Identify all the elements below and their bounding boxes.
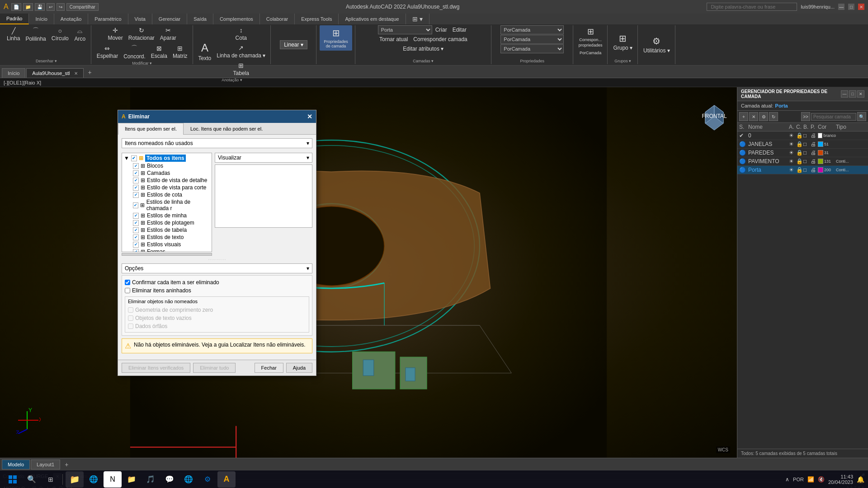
fechar-btn[interactable]: Fechar	[255, 363, 283, 373]
share-btn[interactable]: Compartilhar	[66, 3, 99, 11]
eliminar-tudo-btn[interactable]: Eliminar tudo	[193, 363, 236, 373]
espelhar-btn[interactable]: ⇔Espelhar	[94, 43, 120, 61]
eliminar-verificados-btn[interactable]: Eliminar Itens verificados	[122, 363, 190, 373]
tab-colaborar[interactable]: Colaborar	[260, 14, 295, 24]
tabela-btn[interactable]: ⊞Tabela	[214, 61, 268, 78]
cb-camadas[interactable]: ✔	[133, 170, 139, 176]
cb-estilo-vista-cor[interactable]: ✔	[133, 185, 139, 191]
tab-extra[interactable]: ⊞ ▾	[406, 14, 429, 24]
tree-item[interactable]: ✔⊞Estilos de texto	[132, 234, 211, 241]
layer-row[interactable]: ✔ 0 ☀ 🔒 □ 🖨 branco	[737, 131, 868, 140]
minimize-btn[interactable]: —	[838, 4, 844, 10]
linha-btn[interactable]: ╱Linha	[5, 25, 22, 43]
linha-chamada-btn[interactable]: ↗Linha de chamada ▾	[214, 43, 268, 60]
save-btn[interactable]: 💾	[35, 3, 45, 11]
polilinha-btn[interactable]: ⌒Polilinha	[23, 25, 48, 43]
tab-anotacao[interactable]: Anotação	[54, 14, 88, 24]
porta-select[interactable]: Porta	[378, 25, 432, 34]
chrome-btn[interactable]: 🌐	[179, 471, 198, 488]
search-input[interactable]	[707, 3, 797, 11]
layer-new-btn[interactable]: +	[739, 112, 748, 121]
layer-row[interactable]: 🔵 PAREDES ☀ 🔒 □ 🖨 31	[737, 149, 868, 157]
nav-cube[interactable]: FRONTAL	[696, 96, 732, 132]
props-restore-btn[interactable]: □	[849, 90, 856, 98]
cb-texto-vazio[interactable]	[128, 315, 133, 321]
clock-area[interactable]: 11:43 20/04/2023	[828, 474, 853, 485]
cb-estilos-tab[interactable]: ✔	[133, 227, 139, 233]
tab-padrao[interactable]: Padrão	[0, 14, 29, 24]
cb-estilos-plot[interactable]: ✔	[133, 220, 139, 226]
cb-dados-orfaos[interactable]	[128, 324, 133, 329]
dialog-tab-nao-podem[interactable]: Loc. Itens que não podem ser el.	[184, 123, 269, 134]
close-btn[interactable]: ✕	[858, 4, 864, 10]
visualizar-dropdown[interactable]: Visualizar ▾	[215, 153, 312, 163]
open-btn[interactable]: 📁	[23, 3, 33, 11]
aparar-btn[interactable]: ✂Aparar	[158, 25, 179, 42]
search-taskbar-btn[interactable]: 🔍	[23, 471, 41, 488]
layout-add-btn[interactable]: +	[61, 459, 72, 470]
matriz-btn[interactable]: ⊞Matriz	[170, 43, 190, 61]
tab-aula9[interactable]: Aula9Uhouse_stl ✕	[26, 68, 83, 78]
tree-container[interactable]: ▼ ✔ ⊞ Todos os itens ✔ ⊞ Blocos	[122, 153, 212, 252]
tree-item[interactable]: ✔⊞Estilos de linha de chamada r	[132, 198, 211, 212]
ajuda-btn[interactable]: Ajuda	[286, 363, 312, 373]
concord-btn[interactable]: ⌒Concord.	[121, 43, 148, 61]
layer-row[interactable]: 🔵 PAVIMENTO ☀ 🔒 □ 🖨 131 Conti...	[737, 157, 868, 166]
tree-root[interactable]: ▼ ✔ ⊞ Todos os itens	[123, 154, 211, 162]
tab-gerenciar[interactable]: Gerenciar	[152, 14, 187, 24]
tab-inicio[interactable]: Início	[29, 14, 54, 24]
cor-select[interactable]: PorCamada	[500, 25, 564, 34]
redo-btn[interactable]: ↪	[57, 3, 65, 11]
browser-btn[interactable]: 🌐	[85, 471, 103, 488]
layer-search-input[interactable]	[811, 113, 856, 121]
cb-geo-zero[interactable]	[128, 307, 133, 313]
tree-item[interactable]: ✔⊞Formas	[132, 248, 211, 252]
start-btn[interactable]	[4, 471, 22, 488]
tab-parametrico[interactable]: Paramétrico	[88, 14, 128, 24]
tab-saida[interactable]: Saída	[187, 14, 213, 24]
cota-btn[interactable]: ↕Cota	[214, 25, 268, 42]
corresponder-btn[interactable]: ⊞ Correspon... propriedades	[576, 25, 605, 49]
props-close-btn[interactable]: ✕	[857, 90, 864, 98]
cb-blocos[interactable]: ✔	[133, 163, 139, 169]
layer-row-active[interactable]: 🔵 Porta ☀ 🔒 □ 🖨 200 Conti...	[737, 166, 868, 174]
cb-estilos-cota[interactable]: ✔	[133, 192, 139, 198]
explorer-btn[interactable]: 📁	[66, 471, 84, 488]
cb-aninhados[interactable]	[125, 288, 130, 293]
cb-formas[interactable]: ✔	[133, 249, 139, 253]
texto-btn[interactable]: A Texto	[196, 40, 214, 63]
tab-add-btn[interactable]: +	[85, 67, 95, 78]
maximize-btn[interactable]: □	[848, 4, 854, 10]
cb-estilos-texto[interactable]: ✔	[133, 235, 139, 240]
mover-btn[interactable]: ✛Mover	[105, 25, 125, 42]
model-tab-modelo[interactable]: Modelo	[2, 460, 30, 469]
tree-item[interactable]: ✔ ⊞ Camadas	[132, 169, 211, 177]
criar-btn[interactable]: Criar	[433, 25, 449, 34]
spotify-btn[interactable]: 🎵	[142, 471, 160, 488]
porcamada-btn[interactable]: PorCamada	[577, 49, 604, 56]
new-btn[interactable]: 📄	[11, 3, 21, 11]
viewport[interactable]: FRONTAL WCS Y X Z	[0, 87, 737, 458]
tree-child-camadas[interactable]: ✔ ⊞ Camadas	[123, 169, 211, 177]
editar-atributos-btn[interactable]: Editar atributos ▾	[401, 44, 446, 53]
cb-confirmar[interactable]	[125, 280, 130, 285]
tab-close-aula9[interactable]: ✕	[74, 71, 78, 76]
dialog-tab-podem[interactable]: Itens que podem ser el.	[118, 123, 184, 135]
tree-item[interactable]: ✔⊞Estilo de vista para corte	[132, 184, 211, 191]
tree-item[interactable]: ✔⊞Estilos visuais	[132, 241, 211, 248]
linear-dropdown[interactable]: Linear ▾	[280, 40, 307, 49]
tab-express[interactable]: Express Tools	[295, 14, 339, 24]
vscode-btn[interactable]: ⚙	[198, 471, 217, 488]
tree-item[interactable]: ✔⊞Estilos de plotagem	[132, 219, 211, 226]
layer-refresh-btn[interactable]: ↻	[769, 112, 778, 121]
propriedades-camada-btn[interactable]: ⊞ Propriedadesde camada	[320, 25, 352, 51]
editar-btn[interactable]: Editar	[450, 25, 469, 34]
tree-scrollbar[interactable]	[122, 253, 212, 256]
props-minimize-btn[interactable]: —	[841, 90, 848, 98]
tornar-atual-btn[interactable]: Tornar atual	[377, 35, 410, 44]
model-tab-layout1[interactable]: Layout1	[31, 460, 60, 469]
circulo-btn[interactable]: ○Círculo	[49, 25, 71, 43]
notifications-btn[interactable]: 🔔	[857, 476, 864, 483]
escala-btn[interactable]: ⊠Escala	[149, 43, 170, 61]
files-btn[interactable]: 📁	[123, 471, 141, 488]
